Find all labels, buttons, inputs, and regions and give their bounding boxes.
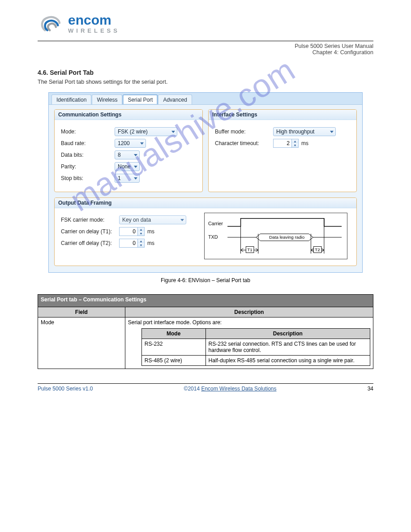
chevron-down-icon xyxy=(171,131,175,133)
step-down-icon[interactable]: ▼ xyxy=(138,232,144,236)
tab-bar: Identification Wireless Serial Port Adva… xyxy=(49,93,362,104)
cell-field: Mode xyxy=(38,317,125,369)
section-subtext: The Serial Port tab shows settings for t… xyxy=(0,78,411,90)
table-row: RS-232 RS-232 serial connection. RTS and… xyxy=(141,339,370,356)
parity-select[interactable]: None xyxy=(115,162,140,171)
tab-advanced[interactable]: Advanced xyxy=(158,94,192,104)
doc-section: Chapter 4: Configuration xyxy=(38,49,373,56)
description-table: Serial Port tab – Communication Settings… xyxy=(38,294,373,369)
fsk-mode-value: Key on data xyxy=(122,217,151,223)
brand-name: encom xyxy=(68,13,120,27)
baud-select[interactable]: 1200 xyxy=(115,139,146,148)
col-field: Field xyxy=(38,307,125,317)
carrier-off-stepper[interactable]: ▲ ▼ ms xyxy=(119,239,154,248)
figure-caption: Figure 4-6: ENVision – Serial Port tab xyxy=(48,277,363,283)
stopbits-select[interactable]: 1 xyxy=(115,174,140,183)
timing-diagram: Carrier TXD Data leaving radio xyxy=(204,213,347,259)
parity-value: None xyxy=(118,163,131,170)
char-timeout-unit: ms xyxy=(301,140,308,146)
baud-value: 1200 xyxy=(118,140,130,146)
carrier-on-input[interactable] xyxy=(119,227,138,236)
panel-communication-settings: Communication Settings Mode: FSK (2 wire… xyxy=(54,109,203,192)
char-timeout-input[interactable] xyxy=(273,139,292,148)
footer-left: Pulse 5000 Series v1.0 xyxy=(38,386,93,392)
chevron-down-icon xyxy=(180,219,184,221)
stopbits-value: 1 xyxy=(118,175,121,181)
chevron-down-icon xyxy=(330,131,334,133)
step-down-icon[interactable]: ▼ xyxy=(138,243,144,247)
char-timeout-label: Character timeout: xyxy=(215,140,273,146)
mode-select[interactable]: FSK (2 wire) xyxy=(115,127,177,136)
databits-select[interactable]: 8 xyxy=(115,150,140,159)
diagram-t2-label: T2 xyxy=(315,247,320,252)
panel-interface-settings: Interface Settings Buffer mode: High thr… xyxy=(208,109,357,192)
diagram-t1-label: T1 xyxy=(247,247,252,252)
table-row: RS-485 (2 wire) Half-duplex RS-485 seria… xyxy=(141,356,370,366)
inner-mode-name: RS-232 xyxy=(141,339,206,356)
mode-label: Mode: xyxy=(61,129,115,135)
buffer-mode-select[interactable]: High throughput xyxy=(273,127,336,136)
tab-wireless[interactable]: Wireless xyxy=(92,94,122,104)
chevron-down-icon xyxy=(140,142,144,145)
doc-title: Pulse 5000 Series User Manual xyxy=(38,43,373,49)
panel-output-framing: Output Data Framing FSK carrier mode: Ke… xyxy=(54,197,357,266)
inner-mode-name: RS-485 (2 wire) xyxy=(141,356,206,366)
cell-description: Serial port interface mode. Options are:… xyxy=(125,317,373,369)
step-up-icon[interactable]: ▲ xyxy=(292,139,298,143)
databits-label: Data bits: xyxy=(61,152,115,158)
col-description: Description xyxy=(125,307,373,317)
footer-page-number: 34 xyxy=(368,386,373,392)
step-up-icon[interactable]: ▲ xyxy=(138,239,144,243)
diagram-carrier-label: Carrier xyxy=(208,221,223,226)
inner-col-mode: Mode xyxy=(141,329,206,339)
fsk-mode-select[interactable]: Key on data xyxy=(119,215,186,224)
header-meta: Pulse 5000 Series User Manual Chapter 4:… xyxy=(0,41,411,56)
carrier-on-unit: ms xyxy=(147,228,154,235)
carrier-off-label: Carrier off delay (T2): xyxy=(61,240,119,246)
carrier-off-unit: ms xyxy=(147,240,154,246)
page-footer: Pulse 5000 Series v1.0 ©2014 Encom Wirel… xyxy=(38,384,373,392)
tab-serial-port[interactable]: Serial Port xyxy=(123,94,158,104)
fsk-mode-label: FSK carrier mode: xyxy=(61,217,119,223)
char-timeout-stepper[interactable]: ▲ ▼ ms xyxy=(273,139,308,148)
tab-identification[interactable]: Identification xyxy=(51,94,91,104)
panel-title: Communication Settings xyxy=(55,110,202,120)
brand-subtitle: WIRELESS xyxy=(68,28,120,34)
inner-mode-desc: Half-duplex RS-485 serial connection usi… xyxy=(206,356,370,366)
footer-copyright: ©2014 xyxy=(184,386,201,392)
panel-title: Output Data Framing xyxy=(55,198,356,208)
mode-lead-text: Serial port interface mode. Options are: xyxy=(128,319,370,326)
databits-value: 8 xyxy=(118,152,121,158)
inner-mode-desc: RS-232 serial connection. RTS and CTS li… xyxy=(206,339,370,356)
encom-logo-icon xyxy=(38,14,64,34)
diagram-txd-label: TXD xyxy=(208,234,218,240)
step-down-icon[interactable]: ▼ xyxy=(292,143,298,147)
mode-options-table: Mode Description RS-232 RS-232 serial co… xyxy=(141,328,370,366)
diagram-data-label: Data leaving radio xyxy=(269,235,305,240)
mode-value: FSK (2 wire) xyxy=(118,129,148,135)
page-header: encom WIRELESS xyxy=(0,0,411,38)
chevron-down-icon xyxy=(134,177,137,180)
carrier-on-stepper[interactable]: ▲ ▼ ms xyxy=(119,227,154,236)
chevron-down-icon xyxy=(134,166,137,168)
buffer-mode-value: High throughput xyxy=(276,129,314,135)
inner-col-desc: Description xyxy=(206,329,370,339)
parity-label: Parity: xyxy=(61,163,115,170)
baud-label: Baud rate: xyxy=(61,140,115,146)
panel-title: Interface Settings xyxy=(209,110,356,120)
table-row: Mode Serial port interface mode. Options… xyxy=(38,317,373,369)
carrier-on-label: Carrier on delay (T1): xyxy=(61,228,119,235)
stopbits-label: Stop bits: xyxy=(61,175,115,181)
buffer-mode-label: Buffer mode: xyxy=(215,129,273,135)
app-window: Identification Wireless Serial Port Adva… xyxy=(48,92,363,273)
footer-company-link[interactable]: Encom Wireless Data Solutions xyxy=(201,386,276,392)
table-title: Serial Port tab – Communication Settings xyxy=(38,295,373,307)
section-heading: 4.6. Serial Port Tab xyxy=(0,56,411,78)
carrier-off-input[interactable] xyxy=(119,239,138,248)
chevron-down-icon xyxy=(134,154,137,156)
step-up-icon[interactable]: ▲ xyxy=(138,227,144,232)
